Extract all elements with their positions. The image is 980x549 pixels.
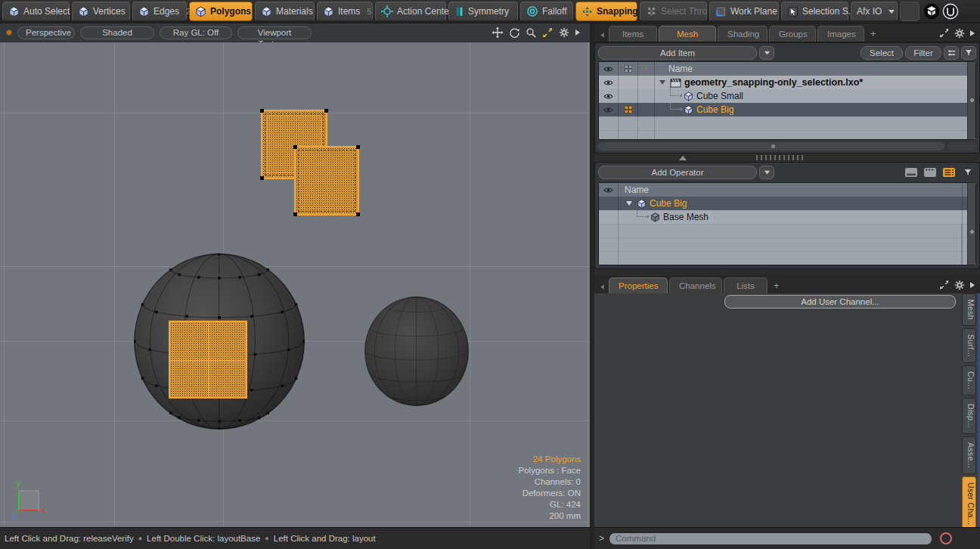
panel-settings-gear-icon[interactable] xyxy=(954,28,965,39)
selection-set-button[interactable]: Selection S... xyxy=(781,2,848,21)
unreal-logo-icon[interactable] xyxy=(942,3,959,20)
action-center-button[interactable]: Action Center xyxy=(375,2,446,21)
shading-mode-selector[interactable]: Shaded xyxy=(80,26,154,39)
add-item-dropdown-arrow[interactable] xyxy=(759,46,774,60)
panel-splitter[interactable] xyxy=(594,154,980,162)
materials-button[interactable]: Materials xyxy=(255,2,315,21)
add-item-button[interactable]: Add Item xyxy=(598,46,757,60)
name-column-header[interactable]: Name xyxy=(619,183,962,197)
cube-icon xyxy=(78,6,89,17)
table-row-scene[interactable]: geometry_snapping-only_selection.lxo* xyxy=(599,76,975,89)
tab-lists[interactable]: Lists xyxy=(724,278,768,293)
side-tab-displacement[interactable]: Disp... xyxy=(962,398,976,434)
visibility-toggle[interactable] xyxy=(599,89,619,103)
filter-funnel-button[interactable] xyxy=(961,46,976,60)
add-user-channel-button[interactable]: Add User Channel... xyxy=(724,295,956,309)
dropdown-caret-icon xyxy=(764,51,771,55)
maximize-viewport-icon[interactable] xyxy=(542,27,554,39)
scene-name: geometry_snapping-only_selection.lxo* xyxy=(684,77,863,88)
tab-shading[interactable]: Shading xyxy=(718,26,768,42)
edges-button[interactable]: Edges 2 xyxy=(132,2,187,21)
falloff-button[interactable]: Falloff xyxy=(520,2,573,21)
panel-settings-gear-icon[interactable] xyxy=(954,280,965,290)
visibility-toggle[interactable] xyxy=(599,76,619,89)
polygons-button-active[interactable]: Polygons xyxy=(189,2,253,21)
tab-images[interactable]: Images xyxy=(817,26,864,42)
tab-groups[interactable]: Groups xyxy=(769,26,816,42)
add-tab-button[interactable]: + xyxy=(870,28,876,39)
orbit-icon[interactable] xyxy=(509,27,520,39)
splitter-collapse-triangle-icon[interactable] xyxy=(679,156,687,160)
mesh-ops-filter-button[interactable] xyxy=(960,166,976,178)
table-row-cube-small[interactable]: Cube Small xyxy=(599,89,975,103)
maximize-panel-icon[interactable] xyxy=(939,280,950,290)
panel-collapse-chevron-icon[interactable] xyxy=(599,284,606,290)
afx-io-dropdown[interactable]: Afx IO xyxy=(851,2,898,21)
list-options-button[interactable] xyxy=(944,46,959,60)
expand-arrow-icon[interactable] xyxy=(575,29,581,36)
select-button[interactable]: Select xyxy=(861,46,903,60)
viewport-state-dot-icon[interactable] xyxy=(6,29,12,36)
side-tab-user-channels-active[interactable]: User Cha... xyxy=(962,476,976,531)
work-plane-button[interactable]: Work Plane xyxy=(709,2,779,21)
modo-app-window: Auto Select Vertices 1 Edges 2 Polygons … xyxy=(0,0,980,549)
pan-icon[interactable] xyxy=(492,26,504,39)
side-tab-surface[interactable]: Surf... xyxy=(962,328,976,363)
select-through-button-disabled[interactable]: Select Thro ... xyxy=(640,2,707,21)
expand-triangle-icon[interactable] xyxy=(626,201,632,206)
filter-button[interactable]: Filter xyxy=(905,46,941,60)
horizontal-scrollbar[interactable] xyxy=(598,142,944,150)
perspective-selector[interactable]: Perspective xyxy=(17,26,75,39)
maximize-panel-icon[interactable] xyxy=(939,28,950,39)
snapping-button-active[interactable]: Snapping xyxy=(575,2,637,21)
cube-icon xyxy=(138,6,150,17)
name-column-header[interactable]: Name xyxy=(655,62,975,76)
viewport-settings-gear-icon[interactable] xyxy=(559,27,569,38)
add-operator-dropdown-arrow[interactable] xyxy=(759,166,774,179)
side-tab-assemblies[interactable]: Asse... xyxy=(962,436,976,474)
vertical-scrollbar[interactable] xyxy=(967,183,975,265)
view-mode-simple-button[interactable] xyxy=(903,166,920,178)
tab-properties-active[interactable]: Properties xyxy=(609,278,668,293)
expand-triangle-icon[interactable] xyxy=(659,80,665,85)
panel-collapse-chevron-icon[interactable] xyxy=(599,32,606,39)
selected-polygons-on-sphere[interactable] xyxy=(169,321,247,399)
symmetry-button[interactable]: Symmetry xyxy=(448,2,518,21)
visibility-toggle[interactable] xyxy=(599,103,619,116)
plugin-logo-icon[interactable] xyxy=(923,3,940,20)
vertical-scrollbar[interactable] xyxy=(967,62,975,139)
side-tab-curves[interactable]: Cu... xyxy=(962,365,976,395)
channels-count: Channels: 0 xyxy=(519,476,581,488)
panel-expand-arrow-icon[interactable] xyxy=(969,29,975,37)
add-operator-button[interactable]: Add Operator xyxy=(598,166,757,179)
tab-items[interactable]: Items xyxy=(609,26,657,42)
axis-x-label: X xyxy=(41,507,46,515)
viewport-3d[interactable]: 24 Polygons Polygons : Face Channels: 0 … xyxy=(0,42,590,527)
view-mode-compact-button[interactable] xyxy=(922,166,938,178)
item-list: Name geometry_snapping-only_selection.lx… xyxy=(598,61,976,140)
snapping-label: Snapping xyxy=(597,6,638,17)
viewport-textures-toggle[interactable]: Viewport Textures xyxy=(237,26,312,39)
tab-channels[interactable]: Channels xyxy=(669,278,722,293)
view-mode-list-button-active[interactable] xyxy=(941,166,957,178)
auto-select-button[interactable]: Auto Select xyxy=(2,2,70,21)
selected-polygon-square-front[interactable] xyxy=(294,146,359,216)
command-history-circle-icon[interactable] xyxy=(940,532,952,544)
table-row-cube-big-op[interactable]: Cube Big xyxy=(599,197,975,210)
add-tab-button[interactable]: + xyxy=(774,280,780,291)
tab-mesh-ops-active[interactable]: Mesh Ops xyxy=(659,26,716,42)
operator-name: Base Mesh xyxy=(663,212,709,222)
ray-gl-toggle[interactable]: Ray GL: Off xyxy=(160,26,232,39)
command-input[interactable] xyxy=(609,532,932,545)
scene-slate-icon xyxy=(670,78,681,88)
panel-expand-arrow-icon[interactable] xyxy=(969,281,975,289)
empty-toolbar-slot[interactable] xyxy=(900,2,920,21)
side-tab-mesh[interactable]: Mesh xyxy=(962,293,976,326)
vertices-button[interactable]: Vertices 1 xyxy=(72,2,130,21)
table-row-cube-big-selected[interactable]: Cube Big xyxy=(599,103,975,116)
zoom-icon[interactable] xyxy=(526,27,537,39)
items-button[interactable]: Items 5 xyxy=(317,2,373,21)
splitter-grip-icon xyxy=(756,155,806,160)
small-sphere-mesh[interactable] xyxy=(364,296,469,406)
table-row-base-mesh[interactable]: Base Mesh xyxy=(599,210,975,224)
